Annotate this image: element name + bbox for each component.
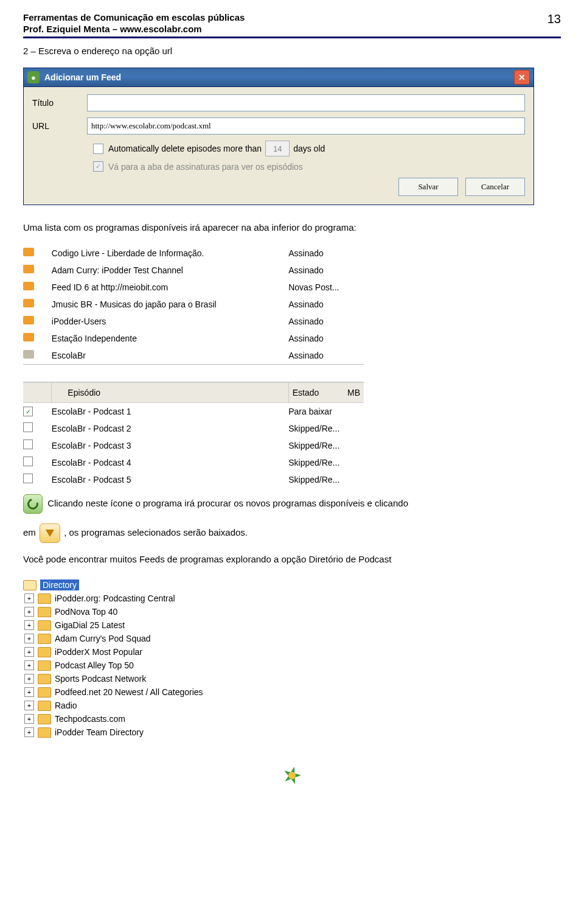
feed-state: Assinado: [288, 330, 364, 347]
feed-name: iPodder-Users: [52, 313, 288, 330]
dialog-titlebar[interactable]: ● Adicionar um Feed ✕: [24, 68, 534, 87]
feed-state: Assinado: [288, 296, 364, 313]
directory-label: GigaDial 25 Latest: [55, 620, 125, 630]
expand-icon[interactable]: +: [24, 714, 34, 724]
expand-icon[interactable]: +: [24, 607, 34, 617]
folder-icon: [38, 674, 51, 684]
feed-row[interactable]: Estação IndependenteAssinado: [23, 330, 364, 347]
cancel-button[interactable]: Cancelar: [465, 178, 525, 196]
directory-label: iPodder.org: Podcasting Central: [55, 593, 175, 603]
directory-label: Radio: [55, 701, 77, 710]
goto-subs-text: Vá para a aba de assinaturas para ver os…: [108, 162, 303, 172]
directory-label: iPodder Team Directory: [55, 727, 144, 737]
feed-name: Estação Independente: [52, 330, 288, 347]
expand-icon[interactable]: +: [24, 634, 34, 643]
directory-item[interactable]: +iPodder.org: Podcasting Central: [23, 592, 561, 605]
feed-row[interactable]: Feed ID 6 at http://meiobit.comNovas Pos…: [23, 279, 364, 296]
expand-icon[interactable]: +: [24, 647, 34, 657]
feed-row[interactable]: iPodder-UsersAssinado: [23, 313, 364, 330]
episode-name: EscolaBr - Podcast 3: [52, 437, 288, 454]
episode-checkbox[interactable]: [23, 439, 33, 449]
directory-item[interactable]: +Podfeed.net 20 Newest / All Categories: [23, 685, 561, 699]
expand-icon[interactable]: +: [24, 727, 34, 737]
save-button[interactable]: Salvar: [398, 178, 458, 196]
folder-icon: [38, 660, 51, 671]
expand-icon[interactable]: +: [24, 660, 34, 670]
directory-label: Podfeed.net 20 Newest / All Categories: [55, 687, 203, 697]
feed-row[interactable]: Adam Curry: iPodder Test ChannelAssinado: [23, 262, 364, 279]
directory-label: Podcast Alley Top 50: [55, 660, 134, 670]
dialog-title: Adicionar um Feed: [44, 72, 121, 82]
label-url: URL: [32, 121, 87, 131]
directory-label: Techpodcasts.com: [55, 714, 125, 724]
episode-row[interactable]: EscolaBr - Podcast 3Skipped/Re...: [23, 437, 364, 454]
auto-delete-checkbox[interactable]: [93, 144, 103, 154]
episode-checkbox[interactable]: [23, 422, 33, 432]
episode-state: Skipped/Re...: [288, 471, 364, 488]
col-state: Estado: [293, 388, 319, 397]
directory-item[interactable]: +Sports Podcast Network: [23, 672, 561, 685]
episode-checkbox[interactable]: [23, 474, 33, 483]
directory-root[interactable]: Directory: [23, 578, 561, 592]
folder-icon: [38, 593, 51, 604]
directory-item[interactable]: +iPodderX Most Popular: [23, 645, 561, 659]
directory-tree: Directory +iPodder.org: Podcasting Centr…: [23, 578, 561, 739]
feed-state: Assinado: [288, 245, 364, 262]
scan-icon[interactable]: [23, 494, 43, 514]
episode-name: EscolaBr - Podcast 4: [52, 454, 288, 471]
directory-item[interactable]: +Podcast Alley Top 50: [23, 659, 561, 672]
auto-delete-text-post: days old: [293, 144, 325, 153]
auto-delete-text-pre: Automatically delete episodes more than: [108, 144, 262, 153]
expand-icon[interactable]: +: [24, 687, 34, 697]
feed-icon: [23, 316, 34, 324]
feed-row[interactable]: EscolaBrAssinado: [23, 347, 364, 365]
episode-body: EscolaBr - Podcast 1Para baixarEscolaBr …: [23, 402, 364, 488]
episode-row[interactable]: EscolaBr - Podcast 2Skipped/Re...: [23, 420, 364, 437]
days-input: [265, 141, 290, 156]
url-input[interactable]: [87, 117, 525, 135]
expand-icon[interactable]: +: [24, 620, 34, 630]
episode-name: EscolaBr - Podcast 2: [52, 420, 288, 437]
page-number: 13: [548, 12, 561, 35]
feed-state: Assinado: [288, 313, 364, 330]
folder-icon: [38, 647, 51, 657]
expand-icon[interactable]: +: [24, 674, 34, 684]
directory-item[interactable]: +Techpodcasts.com: [23, 712, 561, 726]
directory-label: iPodderX Most Popular: [55, 647, 142, 657]
feed-row[interactable]: Jmusic BR - Musicas do japão para o Bras…: [23, 296, 364, 313]
episode-checkbox[interactable]: [23, 457, 33, 466]
download-icon[interactable]: [40, 523, 60, 543]
directory-label: PodNova Top 40: [55, 607, 117, 617]
episode-state: Skipped/Re...: [288, 420, 364, 437]
title-input[interactable]: [87, 94, 525, 111]
episode-row[interactable]: EscolaBr - Podcast 4Skipped/Re...: [23, 454, 364, 471]
directory-item[interactable]: +Radio: [23, 699, 561, 712]
directory-item[interactable]: +PodNova Top 40: [23, 605, 561, 618]
feed-icon: [23, 333, 34, 341]
step-2-text: 2 – Escreva o endereço na opção url: [23, 44, 561, 58]
episode-state: Skipped/Re...: [288, 454, 364, 471]
footer-logo: [279, 763, 305, 788]
episode-row[interactable]: EscolaBr - Podcast 5Skipped/Re...: [23, 471, 364, 488]
episode-checkbox[interactable]: [23, 407, 33, 416]
label-titulo: Título: [32, 98, 87, 108]
directory-item[interactable]: +Adam Curry's Pod Squad: [23, 632, 561, 645]
expand-icon[interactable]: +: [24, 593, 34, 603]
directory-root-label: Directory: [40, 579, 79, 590]
close-icon[interactable]: ✕: [514, 70, 530, 85]
feed-icon: [23, 265, 34, 273]
rss-icon: ●: [27, 71, 40, 83]
list-intro-text: Uma lista com os programas disponíveis i…: [23, 221, 561, 235]
folder-open-icon: [23, 580, 36, 590]
download-text: em , os programas selecionados serão bai…: [23, 523, 561, 543]
episode-row[interactable]: EscolaBr - Podcast 1Para baixar: [23, 402, 364, 420]
feed-state: Assinado: [288, 262, 364, 279]
directory-label: Adam Curry's Pod Squad: [55, 634, 151, 643]
directory-item[interactable]: +GigaDial 25 Latest: [23, 618, 561, 632]
feed-body: Codigo Livre - Liberdade de Informação.A…: [23, 245, 364, 365]
col-episode: Episódio: [68, 388, 100, 397]
feeds-dir-text: Você pode encontrar muitos Feeds de prog…: [23, 553, 561, 567]
directory-item[interactable]: +iPodder Team Directory: [23, 726, 561, 739]
expand-icon[interactable]: +: [24, 701, 34, 710]
feed-row[interactable]: Codigo Livre - Liberdade de Informação.A…: [23, 245, 364, 262]
